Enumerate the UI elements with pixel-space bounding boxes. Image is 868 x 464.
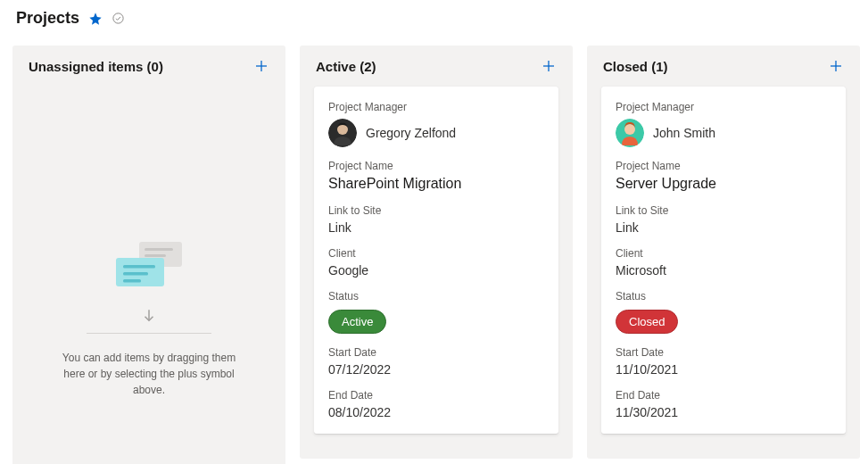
- svg-point-18: [624, 124, 635, 135]
- status-badge: Closed: [616, 310, 678, 334]
- column-header: Unassigned items (0): [12, 46, 285, 87]
- avatar: [328, 119, 357, 147]
- column-title: Closed (1): [603, 59, 668, 74]
- project-card[interactable]: Project Manager John Smith Project Name: [601, 87, 846, 434]
- field-label: End Date: [328, 389, 544, 402]
- column-header: Active (2): [300, 46, 573, 87]
- field-start-date: Start Date 07/12/2022: [328, 346, 544, 377]
- add-item-button[interactable]: [253, 58, 269, 74]
- svg-point-0: [113, 13, 123, 23]
- field-client: Client Google: [328, 247, 544, 278]
- field-label: Project Name: [616, 160, 831, 172]
- field-start-date: Start Date 11/10/2021: [616, 346, 831, 377]
- end-date-value: 08/10/2022: [328, 405, 544, 419]
- column-unassigned: Unassigned items (0): [12, 46, 285, 464]
- manager-name: Gregory Zelfond: [366, 126, 456, 140]
- empty-illustration-icon: [109, 238, 189, 295]
- field-project-name: Project Name SharePoint Migration: [328, 160, 544, 192]
- end-date-value: 11/30/2021: [616, 405, 831, 419]
- column-active: Active (2) Project Manager: [300, 46, 573, 459]
- column-title: Unassigned items (0): [29, 59, 163, 74]
- page-header: Projects: [12, 9, 856, 28]
- empty-state-text: You can add items by dragging them here …: [60, 350, 238, 398]
- favorite-star-icon[interactable]: [88, 12, 103, 26]
- project-card[interactable]: Project Manager Gregory Zelfond Project …: [314, 87, 558, 434]
- column-closed: Closed (1) Project Manager: [587, 46, 860, 459]
- field-label: Project Manager: [328, 101, 544, 113]
- column-header: Closed (1): [587, 46, 860, 87]
- checkmark-circle-icon[interactable]: [112, 12, 125, 25]
- field-link-to-site: Link to Site Link: [328, 204, 544, 235]
- field-label: Link to Site: [328, 204, 544, 217]
- field-label: Link to Site: [616, 204, 831, 217]
- field-label: Start Date: [328, 346, 544, 359]
- avatar: [616, 119, 644, 147]
- field-client: Client Microsoft: [616, 247, 831, 278]
- start-date-value: 07/12/2022: [328, 362, 544, 377]
- svg-rect-9: [123, 279, 141, 283]
- field-status: Status Closed: [616, 290, 831, 334]
- field-label: End Date: [616, 389, 831, 402]
- field-status: Status Active: [328, 290, 544, 334]
- field-project-manager: Project Manager John Smith: [616, 101, 831, 147]
- field-label: Start Date: [616, 346, 831, 359]
- start-date-value: 11/10/2021: [616, 362, 831, 377]
- svg-rect-5: [145, 254, 166, 257]
- add-item-button[interactable]: [828, 58, 844, 74]
- client-value: Google: [328, 263, 544, 278]
- svg-rect-7: [123, 265, 155, 269]
- status-badge: Active: [328, 310, 386, 334]
- divider-line: [87, 333, 211, 334]
- manager-row: John Smith: [616, 119, 831, 147]
- manager-name: John Smith: [653, 126, 715, 140]
- manager-row: Gregory Zelfond: [328, 119, 544, 147]
- field-label: Project Name: [328, 160, 544, 172]
- field-project-manager: Project Manager Gregory Zelfond: [328, 101, 544, 147]
- project-name-value: Server Upgrade: [616, 176, 831, 192]
- field-label: Client: [328, 247, 544, 260]
- field-link-to-site: Link to Site Link: [616, 204, 831, 235]
- page-title: Projects: [16, 9, 79, 28]
- field-label: Project Manager: [616, 101, 831, 113]
- project-name-value: SharePoint Migration: [328, 176, 544, 192]
- field-project-name: Project Name Server Upgrade: [616, 160, 831, 192]
- field-label: Client: [616, 247, 831, 260]
- down-arrow-icon: [141, 308, 157, 327]
- field-end-date: End Date 08/10/2022: [328, 389, 544, 419]
- link-value[interactable]: Link: [328, 220, 544, 235]
- svg-rect-8: [123, 272, 148, 276]
- kanban-board: Unassigned items (0): [12, 46, 856, 464]
- field-end-date: End Date 11/30/2021: [616, 389, 831, 419]
- svg-rect-4: [145, 248, 173, 251]
- add-item-button[interactable]: [541, 58, 557, 74]
- link-value[interactable]: Link: [616, 220, 831, 235]
- field-label: Status: [328, 290, 544, 302]
- empty-state: You can add items by dragging them here …: [12, 87, 285, 452]
- column-title: Active (2): [316, 59, 376, 74]
- client-value: Microsoft: [616, 263, 831, 278]
- field-label: Status: [616, 290, 831, 302]
